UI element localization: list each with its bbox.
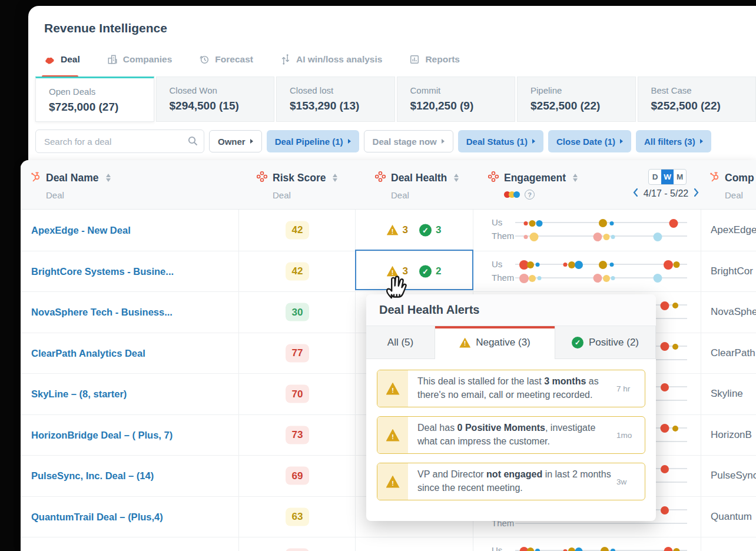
filter-chip-owner[interactable]: Owner: [209, 130, 262, 152]
chevron-left-icon[interactable]: [632, 188, 638, 200]
chevron-right-icon: [442, 139, 445, 144]
positive-count: 3: [436, 224, 441, 236]
table-row: ApexEdge - New Deal 42 !3✓3 Us Them Apex…: [21, 210, 756, 251]
engagement-dot: [530, 233, 539, 241]
filter-chip-deal-pipeline-1-[interactable]: Deal Pipeline (1): [267, 130, 359, 152]
alert-time: 1mo: [616, 417, 645, 453]
company-name: Quantum: [711, 511, 756, 523]
card-label: Commit: [410, 85, 515, 95]
summary-card-best-case[interactable]: Best Case $252,500 (22): [638, 77, 756, 122]
toggle-M[interactable]: M: [674, 170, 686, 184]
engagement-dot: [593, 233, 602, 241]
summary-card-pipeline[interactable]: Pipeline $252,500 (22): [517, 77, 636, 122]
tab-ai-win-loss-analysis[interactable]: AI win/loss analysis: [280, 54, 382, 67]
tab-deal[interactable]: Deal: [44, 54, 80, 67]
engagement-dot: [536, 220, 542, 227]
engagement-dot: [672, 426, 678, 431]
company-name: ClearPath: [711, 347, 756, 359]
card-value: $153,290 (13): [290, 99, 394, 112]
filter-chip-close-date-1-[interactable]: Close Date (1): [548, 130, 631, 152]
table-header: Deal Name Deal Risk Score Deal Deal Heal…: [21, 160, 756, 210]
chip-label: Close Date (1): [556, 137, 615, 147]
tab-reports[interactable]: Reports: [409, 54, 460, 67]
column-sublabel: Deal: [46, 190, 111, 200]
summary-card-open-deals[interactable]: Open Deals $725,000 (27): [35, 77, 154, 122]
card-value: $252,500 (22): [530, 99, 635, 112]
engagement-dot: [661, 301, 669, 310]
tab-forecast[interactable]: Forecast: [199, 54, 253, 67]
toggle-W[interactable]: W: [661, 170, 674, 184]
filter-chip-deal-status-1-[interactable]: Deal Status (1): [458, 130, 543, 152]
page-title: Revenue Intelligence: [44, 21, 167, 35]
engagement-dot: [661, 506, 669, 515]
deal-name-link[interactable]: ApexEdge - New Deal: [31, 224, 131, 235]
main-nav: Deal Companies Forecast AI win/loss anal…: [44, 54, 460, 67]
summary-card-closed-won[interactable]: Closed Won $294,500 (15): [156, 77, 275, 122]
risk-score-badge: 70: [286, 385, 309, 403]
popover-alert-list: ! This deal is stalled for the last 3 mo…: [366, 359, 656, 520]
sort-control[interactable]: [333, 174, 337, 182]
engagement-us-label: Us: [492, 217, 502, 227]
popover-tab-label: Positive (2): [589, 337, 639, 348]
engagement-us-label: Us: [492, 259, 502, 269]
engagement-dot: [672, 303, 678, 308]
date-range-label: 4/17 - 5/22: [644, 188, 689, 199]
column-header-company: Comp Deal: [708, 171, 754, 200]
alert-stripe: !: [377, 463, 408, 500]
engagement-dot: [523, 221, 528, 225]
flower-logo-icon: [256, 171, 268, 185]
risk-score-badge: [286, 549, 309, 551]
engagement-dot: [537, 276, 541, 280]
deal-health-cell[interactable]: !3✓3: [355, 224, 473, 236]
summary-card-commit[interactable]: Commit $120,250 (9): [397, 77, 516, 122]
popover-tab-negative-3-[interactable]: ! Negative (3): [435, 326, 555, 359]
search-input[interactable]: [35, 130, 204, 153]
engagement-dot: [601, 547, 609, 551]
deal-name-link[interactable]: HorizonBridge Deal – ( Plus, 7): [31, 429, 173, 440]
risk-score-badge: 63: [286, 507, 309, 526]
filter-chip-all-filters-3-[interactable]: All filters (3): [636, 130, 711, 152]
engagement-them-track[interactable]: [515, 523, 687, 524]
risk-score-badge: 42: [286, 262, 309, 280]
sort-control[interactable]: [454, 174, 459, 182]
deal-name-link[interactable]: BrightCore Systems - Busine...: [31, 265, 174, 277]
tab-companies[interactable]: Companies: [107, 54, 173, 67]
card-label: Open Deals: [49, 87, 154, 97]
engagement-us-track[interactable]: [515, 222, 687, 223]
engagement-dot: [664, 547, 672, 551]
sort-control[interactable]: [573, 174, 578, 182]
chevron-right-icon[interactable]: [694, 188, 699, 200]
engagement-us-track[interactable]: [515, 264, 687, 265]
engagement-dot: [575, 547, 583, 551]
engagement-dot: [535, 263, 539, 267]
filter-bar: Owner Deal Pipeline (1) Deal stage now D…: [35, 130, 711, 153]
engagement-dot: [523, 235, 528, 239]
deal-health-cell[interactable]: !3✓2: [355, 265, 473, 277]
engagement-dot: [593, 274, 602, 283]
column-label: Risk Score: [273, 172, 326, 184]
popover-tab-positive-2-[interactable]: ✓ Positive (2): [555, 326, 656, 359]
search-icon: [187, 135, 198, 149]
engagement-them-track[interactable]: [515, 235, 687, 237]
summary-card-closed-lost[interactable]: Closed lost $153,290 (13): [276, 77, 395, 122]
engagement-dot: [654, 233, 662, 241]
sort-control[interactable]: [106, 174, 111, 182]
check-icon: ✓: [419, 265, 432, 277]
deal-name-link[interactable]: PulseSync, Inc. Deal – (14): [31, 470, 154, 482]
deal-name-link[interactable]: ClearPath Analytics Deal: [31, 347, 145, 359]
toggle-D[interactable]: D: [649, 170, 661, 184]
card-value: $120,250 (9): [410, 99, 515, 112]
deal-name-link[interactable]: QuantumTrail Deal – (Plus,4): [31, 511, 163, 522]
risk-score-badge: 69: [286, 467, 309, 485]
help-icon[interactable]: ?: [525, 190, 535, 200]
deal-name-link[interactable]: SkyLine – (8, starter): [31, 389, 127, 400]
hubspot-sprocket-icon: [29, 171, 41, 185]
engagement-them-track[interactable]: [515, 277, 687, 278]
popover-tab-all-5-[interactable]: All (5): [366, 326, 435, 359]
company-name: PulseSync: [711, 470, 756, 482]
tab-label: Deal: [61, 54, 80, 65]
filter-chip-deal-stage-now[interactable]: Deal stage now: [364, 130, 453, 152]
engagement-dot: [575, 261, 583, 269]
company-name: ApexEdge: [711, 224, 756, 236]
deal-name-link[interactable]: NovaSphere Tech - Business...: [31, 307, 173, 318]
